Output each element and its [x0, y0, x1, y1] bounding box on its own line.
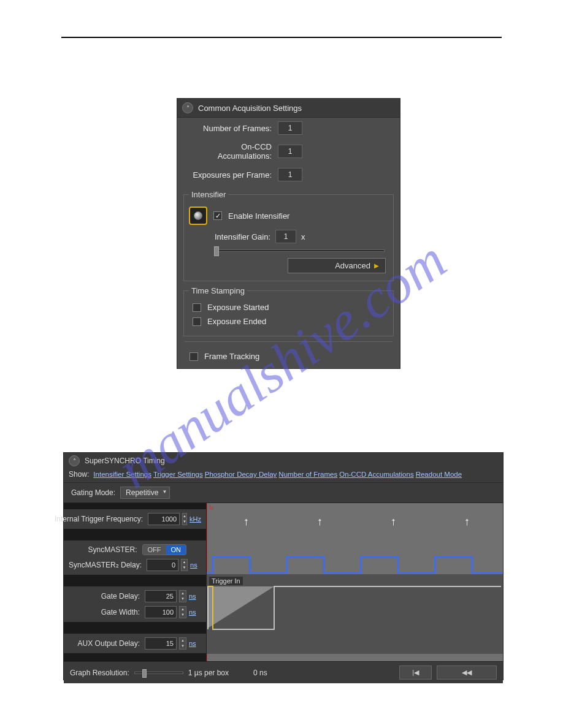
graph-res-slider[interactable]	[134, 672, 183, 674]
square-wave	[207, 556, 503, 574]
svg-marker-0	[208, 586, 274, 628]
exposures-label: Exposures per Frame:	[186, 170, 278, 180]
trigger-arrow-icon: ↑	[464, 515, 470, 528]
trig-freq-label: Internal Trigger Frequency:	[55, 515, 145, 523]
link-trigger-settings[interactable]: Trigger Settings	[153, 471, 203, 478]
divider	[185, 341, 393, 342]
syncmaster-label: SyncMASTER:	[69, 545, 140, 554]
collapse-icon[interactable]: ˄	[69, 455, 80, 466]
intensifier-group: Intensifier ✓ Enable Intensifier Intensi…	[183, 190, 394, 281]
link-number-of-frames[interactable]: Number of Frames	[278, 471, 337, 478]
frame-tracking-label: Frame Tracking	[204, 352, 259, 361]
trig-freq-unit[interactable]: kHz	[190, 515, 201, 523]
spinner-icon[interactable]: ▲▼	[181, 559, 188, 571]
spinner-icon[interactable]: ▲▼	[179, 606, 186, 618]
syncmaster-on[interactable]: ON	[166, 545, 186, 555]
graph-res-value: 1 µs per box	[188, 669, 229, 677]
exposures-input[interactable]	[278, 168, 302, 181]
page-top-rule	[61, 37, 502, 38]
syncmaster-toggle[interactable]: OFF ON	[142, 544, 187, 555]
intensifier-gain-slider[interactable]	[215, 249, 385, 252]
intensifier-gain-input[interactable]	[275, 230, 296, 243]
p2-header: ˄ SuperSYNCHRO Timing	[64, 453, 503, 469]
exposure-started-checkbox[interactable]	[193, 303, 201, 312]
gate-delay-unit[interactable]: ns	[189, 593, 201, 600]
link-readout-mode[interactable]: Readout Mode	[416, 471, 462, 478]
panel-header: ˄ Common Acquisition Settings	[177, 99, 400, 118]
link-intensifier-settings[interactable]: Intensifier Settings	[93, 471, 151, 478]
sync2-delay-label: SyncMASTER₂ Delay:	[69, 561, 144, 569]
aux-delay-unit[interactable]: ns	[189, 640, 201, 647]
intensifier-gain-label: Intensifier Gain:	[215, 232, 270, 241]
spinner-icon[interactable]: ▲▼	[179, 590, 186, 602]
trigger-strip	[207, 574, 503, 654]
gate-width-input[interactable]	[145, 606, 177, 618]
num-frames-label: Number of Frames:	[186, 124, 278, 133]
panel-title: Common Acquisition Settings	[198, 104, 302, 113]
link-onccd-accumulations[interactable]: On-CCD Accumulations	[339, 471, 413, 478]
onccd-input[interactable]	[278, 145, 302, 158]
onccd-label: On-CCD Accumulations:	[186, 142, 278, 161]
gate-width-unit[interactable]: ns	[189, 609, 201, 616]
rewind-button[interactable]: ◀◀	[437, 665, 497, 680]
frame-tracking-checkbox[interactable]	[190, 352, 198, 361]
time-stamping-group: Time Stamping Exposure Started Exposure …	[183, 286, 394, 336]
trigger-arrow-icon: ↑	[317, 515, 323, 528]
link-phosphor-decay[interactable]: Phosphor Decay Delay	[205, 471, 277, 478]
enable-intensifier-label: Enable Intensifier	[228, 211, 289, 221]
sync2-delay-unit[interactable]: ns	[190, 561, 201, 569]
show-link-row: Show: Intensifier Settings Trigger Setti…	[64, 469, 503, 483]
trigger-in-label: Trigger In	[209, 577, 243, 585]
advanced-button[interactable]: Advanced ▶	[288, 258, 386, 273]
spinner-icon[interactable]: ▲▼	[179, 637, 186, 650]
exposure-ended-label: Exposure Ended	[207, 317, 266, 326]
common-acquisition-panel: ˄ Common Acquisition Settings Number of …	[177, 98, 400, 369]
t0-label: t₀	[209, 503, 213, 511]
aux-delay-input[interactable]	[145, 637, 177, 650]
intensifier-gain-unit: x	[301, 232, 305, 241]
trigger-arrow-icon: ↑	[243, 515, 249, 528]
slider-thumb-icon[interactable]	[142, 669, 147, 678]
timing-controls: Internal Trigger Frequency: ▲▼ kHz SyncM…	[64, 503, 206, 661]
advanced-label: Advanced	[335, 261, 370, 270]
trigger-arrow-icon: ↑	[391, 515, 396, 528]
graph-res-label: Graph Resolution:	[70, 669, 129, 677]
graph-footer: Graph Resolution: 1 µs per box 0 ns |◀ ◀…	[64, 661, 503, 683]
aux-delay-label: AUX Output Delay:	[69, 639, 142, 648]
exposure-ended-checkbox[interactable]	[193, 317, 201, 326]
gate-delay-label: Gate Delay:	[69, 592, 142, 601]
time-stamping-legend: Time Stamping	[189, 286, 247, 295]
syncmaster-off[interactable]: OFF	[143, 545, 166, 555]
camera-icon[interactable]	[189, 207, 207, 225]
go-to-start-button[interactable]: |◀	[399, 665, 432, 680]
gating-mode-label: Gating Mode:	[71, 488, 115, 497]
trig-freq-input[interactable]	[148, 513, 180, 525]
intensifier-legend: Intensifier	[189, 190, 228, 199]
gate-delay-input[interactable]	[145, 590, 177, 602]
sync2-delay-input[interactable]	[147, 559, 178, 571]
enable-intensifier-checkbox[interactable]: ✓	[213, 211, 222, 220]
chevron-right-icon: ▶	[374, 262, 379, 269]
show-label: Show:	[69, 470, 89, 479]
timing-graph: t₀ ↑ ↑ ↑ ↑ Trigger In	[206, 503, 503, 661]
supersynchro-panel: ˄ SuperSYNCHRO Timing Show: Intensifier …	[63, 452, 504, 680]
collapse-icon[interactable]: ˄	[182, 102, 193, 113]
time-origin: 0 ns	[253, 669, 267, 677]
transport-controls: |◀ ◀◀	[399, 665, 497, 680]
exposure-started-label: Exposure Started	[207, 303, 269, 312]
num-frames-input[interactable]	[278, 121, 302, 135]
gate-width-label: Gate Width:	[69, 608, 142, 616]
spinner-icon[interactable]: ▲▼	[182, 513, 187, 525]
gating-mode-dropdown[interactable]: Repetitive	[120, 487, 170, 499]
slider-thumb-icon[interactable]	[214, 246, 219, 256]
p2-title: SuperSYNCHRO Timing	[85, 457, 165, 465]
